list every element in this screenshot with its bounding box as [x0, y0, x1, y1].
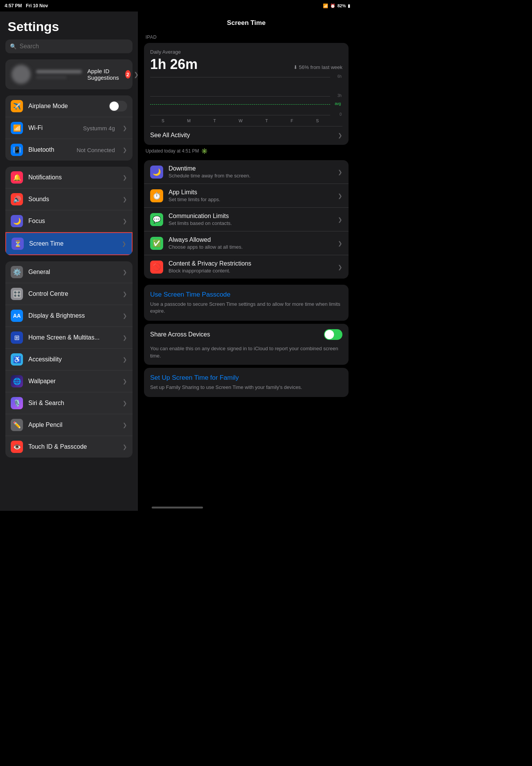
chart-card: Daily Average 1h 26m ⬇ 56% from last wee…: [144, 43, 349, 145]
sidebar-item-focus[interactable]: 🌙 Focus ❯: [5, 210, 133, 232]
feature-downtime[interactable]: 🌙 Downtime Schedule time away from the s…: [144, 160, 349, 184]
sidebar: Settings 🔍 Apple ID Suggestions 2 ❯ ✈️ A…: [0, 11, 138, 511]
alwaysallowed-icon: ✅: [150, 237, 163, 250]
sidebar-item-screentime[interactable]: ⏳ Screen Time ❯: [5, 232, 133, 255]
display-icon: AA: [11, 310, 23, 322]
chevron-icon: ❯: [123, 174, 127, 180]
commlimits-icon: 💬: [150, 213, 163, 226]
chevron-icon: ❯: [122, 241, 126, 247]
sidebar-item-bluetooth[interactable]: 📳 Bluetooth Not Connected ❯: [5, 139, 133, 161]
apple-id-label: Apple ID Suggestions: [87, 68, 122, 81]
toggle-knob: [325, 330, 334, 339]
family-label: Set Up Screen Time for Family: [150, 374, 342, 382]
general-group: ⚙️ General ❯ 🎛️ Control Centre ❯ AA Disp…: [5, 261, 133, 458]
passcode-label: Use Screen Time Passcode: [150, 291, 342, 299]
commlimits-title: Communication Limits: [169, 213, 332, 220]
airplane-toggle[interactable]: [109, 101, 127, 112]
homescreen-icon: ⊞: [11, 331, 23, 344]
feature-alwaysallowed[interactable]: ✅ Always Allowed Choose apps to allow at…: [144, 231, 349, 255]
share-label: Share Across Devices: [150, 331, 210, 338]
chevron-icon: ❯: [134, 71, 138, 78]
status-time: 4:57 PM Fri 10 Nov: [5, 3, 48, 8]
features-card: 🌙 Downtime Schedule time away from the s…: [144, 160, 349, 279]
wifi-settings-icon: 📶: [11, 122, 23, 134]
passcode-desc: Use a passcode to secure Screen Time set…: [150, 301, 342, 315]
alwaysallowed-chevron-icon: ❯: [338, 240, 342, 246]
bars-container: [150, 77, 330, 115]
family-desc: Set up Family Sharing to use Screen Time…: [150, 384, 342, 391]
contentprivacy-title: Content & Privacy Restrictions: [169, 260, 332, 267]
notifications-icon: 🔔: [11, 171, 23, 184]
downtime-title: Downtime: [169, 165, 332, 172]
search-bar[interactable]: 🔍: [5, 39, 133, 53]
focus-icon: 🌙: [11, 215, 23, 227]
sidebar-item-apple-pencil[interactable]: ✏️ Apple Pencil ❯: [5, 414, 133, 436]
share-toggle[interactable]: [324, 329, 342, 340]
family-card[interactable]: Set Up Screen Time for Family Set up Fam…: [144, 368, 349, 397]
applimits-icon: ⏱️: [150, 189, 163, 202]
bluetooth-icon: 📳: [11, 144, 23, 156]
control-centre-icon: 🎛️: [11, 288, 23, 300]
applimits-sub: Set time limits for apps.: [169, 197, 332, 202]
status-icons: 📶 ⏰ 82% ▮: [323, 3, 350, 8]
wallpaper-icon: 🌐: [11, 375, 23, 387]
grid-label-3h: 3h: [337, 93, 342, 98]
sidebar-item-accessibility[interactable]: ♿ Accessibility ❯: [5, 349, 133, 371]
sidebar-item-control-centre[interactable]: 🎛️ Control Centre ❯: [5, 283, 133, 305]
chevron-icon: ❯: [123, 147, 127, 153]
sidebar-item-airplane[interactable]: ✈️ Airplane Mode: [5, 95, 133, 117]
day-labels: S M T W T F S: [150, 118, 330, 123]
screentime-icon: ⏳: [11, 238, 24, 250]
feature-applimits[interactable]: ⏱️ App Limits Set time limits for apps. …: [144, 184, 349, 208]
alwaysallowed-sub: Choose apps to allow at all times.: [169, 244, 332, 250]
applimits-title: App Limits: [169, 189, 332, 196]
sidebar-item-notifications[interactable]: 🔔 Notifications ❯: [5, 167, 133, 189]
passcode-card[interactable]: Use Screen Time Passcode Use a passcode …: [144, 285, 349, 321]
sidebar-item-sounds[interactable]: 🔊 Sounds ❯: [5, 189, 133, 210]
chevron-icon: ❯: [123, 422, 127, 428]
feature-contentprivacy[interactable]: 🚫 Content & Privacy Restrictions Block i…: [144, 255, 349, 279]
apple-id-badge: 2: [125, 70, 131, 79]
share-row: Share Across Devices: [144, 324, 349, 345]
chevron-icon: ❯: [123, 125, 127, 131]
spinner-icon: ✳️: [201, 148, 208, 154]
downtime-chevron-icon: ❯: [338, 169, 342, 175]
chevron-icon: ❯: [123, 218, 127, 224]
avg-label: avg: [335, 102, 341, 106]
sidebar-item-display[interactable]: AA Display & Brightness ❯: [5, 305, 133, 327]
apple-id-name: [36, 70, 82, 74]
feature-commlimits[interactable]: 💬 Communication Limits Set limits based …: [144, 208, 349, 231]
system-group: 🔔 Notifications ❯ 🔊 Sounds ❯ 🌙 Focus ❯ ⏳…: [5, 167, 133, 255]
sidebar-item-siri[interactable]: 🎙️ Siri & Search ❯: [5, 392, 133, 414]
general-icon: ⚙️: [11, 266, 23, 278]
sidebar-item-general[interactable]: ⚙️ General ❯: [5, 261, 133, 283]
sidebar-item-wallpaper[interactable]: 🌐 Wallpaper ❯: [5, 371, 133, 392]
status-bar: 4:57 PM Fri 10 Nov 📶 ⏰ 82% ▮: [0, 0, 355, 11]
app-container: Settings 🔍 Apple ID Suggestions 2 ❯ ✈️ A…: [0, 0, 355, 511]
contentprivacy-sub: Block inappropriate content.: [169, 268, 332, 274]
touchid-icon: 👁️: [11, 441, 23, 453]
down-arrow-icon: ⬇: [293, 64, 298, 70]
battery-pct: 82%: [337, 3, 346, 8]
chevron-icon: ❯: [123, 313, 127, 319]
chevron-icon: ❯: [123, 196, 127, 202]
airplane-icon: ✈️: [11, 100, 23, 112]
downtime-sub: Schedule time away from the screen.: [169, 173, 332, 179]
chevron-icon: ❯: [123, 356, 127, 362]
sidebar-item-homescreen[interactable]: ⊞ Home Screen & Multitas... ❯: [5, 327, 133, 349]
daily-avg-time: 1h 26m: [150, 56, 198, 72]
chevron-icon: ❯: [123, 378, 127, 384]
sidebar-item-wifi[interactable]: 📶 Wi-Fi Systumm 4g ❯: [5, 117, 133, 139]
grid-label-6h: 6h: [337, 74, 342, 79]
chart-area: 6h 3h 0 avg: [150, 77, 330, 115]
battery-icon: ▮: [348, 3, 350, 8]
commlimits-sub: Set limits based on contacts.: [169, 220, 332, 226]
apple-pencil-icon: ✏️: [11, 419, 23, 431]
see-all-row[interactable]: See All Activity ❯: [150, 126, 342, 139]
search-input[interactable]: [20, 43, 128, 50]
apple-id-card[interactable]: Apple ID Suggestions 2 ❯: [5, 59, 133, 89]
updated-text: Updated today at 4:51 PM: [146, 148, 199, 154]
sidebar-item-touchid[interactable]: 👁️ Touch ID & Passcode ❯: [5, 436, 133, 458]
see-all-label: See All Activity: [150, 132, 190, 139]
downtime-icon: 🌙: [150, 166, 163, 179]
